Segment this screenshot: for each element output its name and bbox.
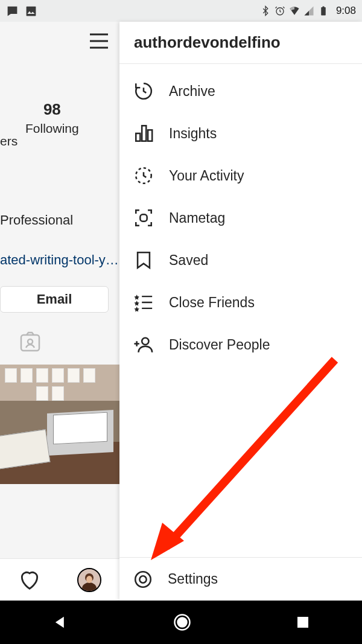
svg-rect-13 [136,133,140,141]
nametag-icon [133,208,154,228]
menu-item-close-friends[interactable]: Close Friends [119,281,362,324]
menu-item-settings[interactable]: Settings [119,557,362,601]
wifi-icon [289,5,300,16]
activity-icon [133,165,154,186]
svg-point-25 [177,618,186,627]
battery-icon [318,5,329,16]
drawer-menu-list: Archive Insights Your Activity [119,64,362,557]
android-nav-bar [0,601,362,644]
settings-label: Settings [168,571,218,587]
profile-grid-photo[interactable] [0,365,119,484]
back-button[interactable] [52,614,69,631]
following-label: Following [25,121,79,136]
recent-apps-button[interactable] [296,615,310,630]
menu-label: Nametag [169,210,225,226]
profile-avatar[interactable] [77,568,101,592]
menu-icon[interactable] [88,33,110,49]
svg-point-19 [135,572,151,587]
cellular-icon [303,5,314,16]
status-left [6,5,37,18]
menu-label: Discover People [169,337,270,353]
menu-label: Insights [169,126,217,142]
menu-item-archive[interactable]: Archive [119,70,362,112]
svg-rect-15 [148,130,152,141]
svg-point-20 [139,576,146,582]
status-bar: 9:08 [0,0,362,22]
bluetooth-icon [260,5,271,16]
following-count: 98 [25,100,79,119]
archive-icon [133,81,154,101]
svg-rect-0 [27,6,36,16]
insights-icon [133,123,154,144]
activity-heart-icon[interactable] [18,569,41,591]
discover-people-icon [133,334,154,355]
side-drawer: authordevondelfino Archive Insights [119,22,362,601]
svg-rect-14 [142,126,146,141]
menu-label: Close Friends [169,295,255,311]
settings-icon [133,569,153,590]
svg-rect-2 [321,7,326,16]
status-right: 9:08 [260,5,356,17]
home-button[interactable] [173,613,191,631]
clock-time: 9:08 [336,5,356,17]
svg-rect-3 [322,7,324,8]
svg-rect-26 [297,617,308,628]
profile-background: ers 98 Following Professional ated-writi… [0,22,119,601]
svg-point-18 [142,338,148,345]
alarm-icon [275,5,285,16]
bio-link-partial[interactable]: ated-writing-tool-y… [0,252,119,268]
menu-label: Archive [169,83,215,100]
close-friends-icon [133,292,154,313]
svg-point-12 [86,576,92,583]
email-button[interactable]: Email [0,286,109,313]
menu-label: Saved [169,252,208,269]
menu-item-discover[interactable]: Discover People [119,324,362,366]
messages-notification-icon [6,5,19,18]
bottom-nav-partial [0,558,119,601]
svg-rect-17 [140,214,147,221]
drawer-username: authordevondelfino [119,22,362,64]
screen: ers 98 Following Professional ated-writi… [0,22,362,601]
bio-text-partial: Professional [0,212,73,228]
menu-item-nametag[interactable]: Nametag [119,197,362,239]
saved-icon [133,250,154,270]
gallery-notification-icon [25,5,37,18]
followers-label-partial: ers [0,134,17,148]
svg-point-8 [28,339,33,344]
menu-label: Your Activity [169,168,244,184]
svg-rect-7 [21,335,39,351]
menu-item-saved[interactable]: Saved [119,239,362,281]
menu-item-activity[interactable]: Your Activity [119,155,362,197]
menu-item-insights[interactable]: Insights [119,112,362,155]
tagged-tab-icon[interactable] [18,330,42,354]
following-stat[interactable]: 98 Following [25,100,79,136]
